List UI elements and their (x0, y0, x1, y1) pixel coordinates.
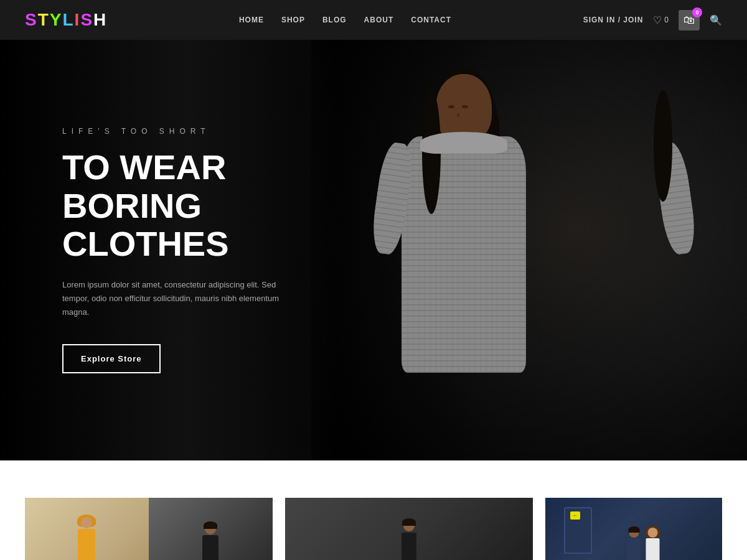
nav-about[interactable]: ABOUT (364, 16, 394, 24)
nav-links: HOME SHOP BLOG ABOUT CONTACT (239, 16, 451, 24)
navbar: STYLISH HOME SHOP BLOG ABOUT CONTACT SIG… (0, 0, 747, 40)
nav-contact[interactable]: CONTACT (411, 16, 451, 24)
explore-store-button[interactable]: Explore Store (62, 344, 161, 373)
nav-actions: SIGN IN / JOIN ♡ 0 🛍 0 🔍 (583, 10, 722, 30)
nav-home[interactable]: HOME (239, 16, 264, 24)
hero-content: LIFE'S TOO SHORT TO WEAR BORING CLOTHES … (0, 127, 374, 373)
wishlist-button[interactable]: ♡ 0 (653, 14, 669, 26)
cart-button[interactable]: 🛍 0 (679, 10, 700, 30)
hero-tagline: LIFE'S TOO SHORT (62, 127, 374, 136)
womens-collection-card[interactable]: Women's Collection (25, 498, 273, 560)
accessories-collection-card[interactable]: ← Accessories Collection (545, 498, 722, 560)
heart-icon: ♡ (653, 14, 662, 26)
collections-section: Women's Collection Men's Collection ← (0, 460, 747, 560)
sign-in-link[interactable]: SIGN IN / JOIN (583, 16, 644, 24)
mens-collection-card[interactable]: Men's Collection (285, 498, 533, 560)
cart-badge: 0 (692, 7, 702, 17)
nav-shop[interactable]: SHOP (281, 16, 305, 24)
hero-title-line1: TO WEAR BORING (62, 147, 226, 225)
hero-title: TO WEAR BORING CLOTHES (62, 148, 374, 263)
hero-title-line2: CLOTHES (62, 224, 229, 263)
hero-section: LIFE'S TOO SHORT TO WEAR BORING CLOTHES … (0, 40, 747, 460)
nav-blog[interactable]: BLOG (322, 16, 347, 24)
wishlist-count: 0 (664, 16, 669, 24)
brand-logo[interactable]: STYLISH (25, 10, 107, 30)
hero-description: Lorem ipsum dolor sit amet, consectetur … (62, 278, 299, 319)
search-button[interactable]: 🔍 (710, 14, 722, 26)
